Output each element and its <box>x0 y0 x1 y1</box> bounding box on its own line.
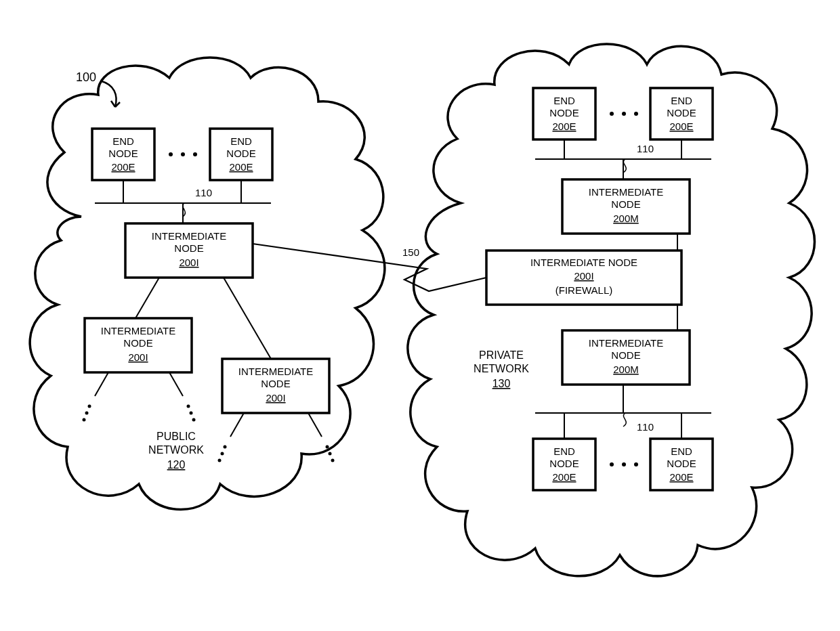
svg-point-28 <box>85 412 89 415</box>
svg-point-39 <box>224 445 227 449</box>
firewall-node: INTERMEDIATE NODE 200I (FIREWALL) <box>486 251 681 305</box>
svg-point-5 <box>181 152 185 156</box>
svg-text:PRIVATE: PRIVATE <box>479 349 524 361</box>
svg-line-19 <box>135 278 159 318</box>
svg-point-86 <box>610 462 614 466</box>
svg-text:200M: 200M <box>613 213 639 224</box>
svg-text:NODE: NODE <box>108 148 138 159</box>
public-network-label: PUBLIC NETWORK 120 <box>148 431 204 471</box>
svg-text:200E: 200E <box>669 471 693 483</box>
svg-text:NODE: NODE <box>611 198 640 210</box>
svg-text:END: END <box>553 445 575 457</box>
svg-point-30 <box>187 405 190 408</box>
svg-text:INTERMEDIATE NODE: INTERMEDIATE NODE <box>530 257 637 268</box>
public-end-node-2: END NODE 200E <box>210 129 272 180</box>
svg-text:NETWORK: NETWORK <box>474 363 529 374</box>
svg-point-52 <box>610 112 614 116</box>
svg-text:200E: 200E <box>111 161 135 173</box>
svg-point-43 <box>329 452 332 456</box>
ellipsis-icon <box>169 152 197 156</box>
svg-point-44 <box>331 459 335 462</box>
svg-point-27 <box>88 405 91 408</box>
ellipsis-icon <box>610 112 638 116</box>
svg-line-25 <box>95 372 108 396</box>
svg-text:INTERMEDIATE: INTERMEDIATE <box>152 230 227 242</box>
public-end-node-1: END NODE 200E <box>92 129 154 180</box>
svg-point-88 <box>634 462 638 466</box>
svg-text:NODE: NODE <box>549 458 579 469</box>
private-network-cloud <box>408 44 815 576</box>
svg-text:150: 150 <box>402 246 419 258</box>
svg-text:200I: 200I <box>574 270 593 282</box>
svg-text:NETWORK: NETWORK <box>148 444 204 456</box>
fanout-icon <box>230 413 322 437</box>
svg-line-26 <box>169 372 183 396</box>
svg-point-53 <box>622 112 626 116</box>
fanout-icon <box>95 372 183 396</box>
public-intermediate-top: INTERMEDIATE NODE 200I <box>125 223 253 278</box>
svg-text:200M: 200M <box>613 364 639 375</box>
bus-label: 110 <box>195 187 212 198</box>
svg-point-31 <box>190 412 193 415</box>
svg-text:INTERMEDIATE: INTERMEDIATE <box>589 186 664 198</box>
svg-line-37 <box>230 413 244 437</box>
svg-point-87 <box>622 462 626 466</box>
svg-text:NODE: NODE <box>174 242 203 254</box>
svg-point-54 <box>634 112 638 116</box>
bus-label: 110 <box>637 421 654 433</box>
wan-link: 150 <box>253 244 486 291</box>
svg-line-38 <box>308 413 322 437</box>
svg-text:120: 120 <box>167 459 186 471</box>
svg-text:200I: 200I <box>128 351 148 363</box>
svg-point-40 <box>221 452 224 456</box>
svg-text:200E: 200E <box>552 471 576 483</box>
private-end-node-2: END NODE 200E <box>650 88 713 139</box>
svg-text:200E: 200E <box>552 121 576 132</box>
bus-label: 110 <box>637 143 654 154</box>
ellipsis-icon <box>610 462 638 466</box>
svg-text:NODE: NODE <box>667 107 696 118</box>
private-end-node-1: END NODE 200E <box>533 88 595 139</box>
svg-text:(FIREWALL): (FIREWALL) <box>555 284 612 296</box>
private-network-label: PRIVATE NETWORK 130 <box>474 349 529 389</box>
private-end-node-3: END NODE 200E <box>533 439 595 490</box>
svg-text:NODE: NODE <box>261 378 290 389</box>
ellipsis-icon <box>83 405 196 422</box>
svg-text:NODE: NODE <box>123 337 152 349</box>
private-intermediate-bot: INTERMEDIATE NODE 200M <box>562 330 690 385</box>
svg-text:100: 100 <box>76 70 96 84</box>
svg-text:200I: 200I <box>179 257 198 268</box>
public-intermediate-br: INTERMEDIATE NODE 200I <box>222 359 329 413</box>
svg-text:INTERMEDIATE: INTERMEDIATE <box>238 366 314 377</box>
svg-point-29 <box>83 418 86 422</box>
svg-text:200E: 200E <box>229 161 253 173</box>
svg-text:NODE: NODE <box>226 148 255 159</box>
svg-point-6 <box>193 152 197 156</box>
svg-point-41 <box>218 459 222 462</box>
svg-text:NODE: NODE <box>611 349 640 361</box>
svg-text:200E: 200E <box>669 121 693 132</box>
svg-text:200I: 200I <box>266 392 285 404</box>
svg-text:INTERMEDIATE: INTERMEDIATE <box>589 337 664 349</box>
svg-text:INTERMEDIATE: INTERMEDIATE <box>101 325 176 336</box>
svg-text:END: END <box>553 95 575 106</box>
svg-text:NODE: NODE <box>667 458 696 469</box>
svg-text:END: END <box>112 135 134 147</box>
svg-line-20 <box>224 278 271 359</box>
svg-point-32 <box>192 418 196 422</box>
svg-text:NODE: NODE <box>549 107 579 118</box>
svg-text:END: END <box>230 135 252 147</box>
svg-text:PUBLIC: PUBLIC <box>156 431 196 442</box>
svg-point-4 <box>169 152 173 156</box>
private-intermediate-top: INTERMEDIATE NODE 200M <box>562 179 690 234</box>
svg-point-42 <box>326 445 329 449</box>
svg-text:END: END <box>671 445 692 457</box>
public-intermediate-bl: INTERMEDIATE NODE 200I <box>85 318 192 372</box>
svg-text:130: 130 <box>492 378 511 389</box>
private-end-node-4: END NODE 200E <box>650 439 713 490</box>
public-network-cloud <box>30 58 385 510</box>
svg-text:END: END <box>671 95 692 106</box>
